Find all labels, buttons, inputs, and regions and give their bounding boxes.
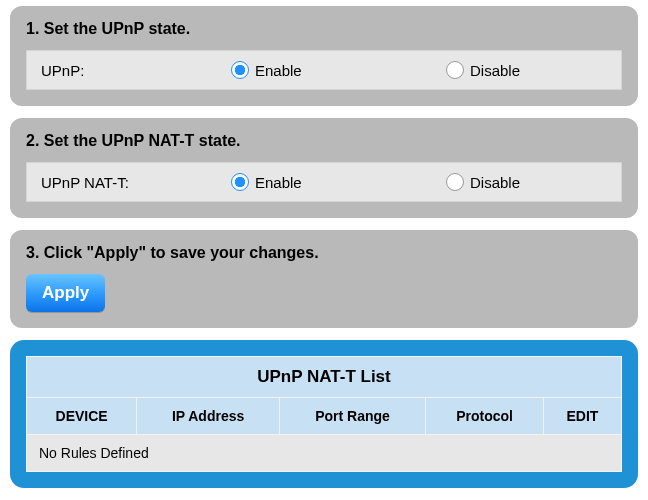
upnp-disable-radio[interactable]	[446, 61, 464, 79]
upnp-natt-state-label: UPnP NAT-T:	[41, 174, 231, 191]
upnp-enable-radio[interactable]	[231, 61, 249, 79]
natt-empty-row: No Rules Defined	[27, 435, 622, 472]
upnp-natt-disable-option[interactable]: Disable	[446, 173, 607, 191]
upnp-disable-label: Disable	[470, 62, 520, 79]
col-portrange: Port Range	[279, 398, 425, 435]
upnp-state-label: UPnP:	[41, 62, 231, 79]
natt-empty-text: No Rules Defined	[27, 435, 622, 472]
upnp-enable-label: Enable	[255, 62, 302, 79]
natt-table-title: UPnP NAT-T List	[27, 357, 622, 398]
upnp-settings-page: 1. Set the UPnP state. UPnP: Enable Disa…	[0, 0, 648, 500]
apply-button[interactable]: Apply	[26, 274, 105, 312]
step1-title: 1. Set the UPnP state.	[26, 20, 622, 38]
natt-table-header-row: DEVICE IP Address Port Range Protocol ED…	[27, 398, 622, 435]
col-protocol: Protocol	[426, 398, 544, 435]
step2-title: 2. Set the UPnP NAT-T state.	[26, 132, 622, 150]
upnp-disable-option[interactable]: Disable	[446, 61, 607, 79]
col-ip: IP Address	[137, 398, 280, 435]
upnp-natt-disable-radio[interactable]	[446, 173, 464, 191]
natt-list-panel: UPnP NAT-T List DEVICE IP Address Port R…	[10, 340, 638, 488]
natt-table: UPnP NAT-T List DEVICE IP Address Port R…	[26, 356, 622, 472]
upnp-natt-disable-label: Disable	[470, 174, 520, 191]
step2-panel: 2. Set the UPnP NAT-T state. UPnP NAT-T:…	[10, 118, 638, 218]
upnp-natt-enable-option[interactable]: Enable	[231, 173, 446, 191]
upnp-natt-enable-label: Enable	[255, 174, 302, 191]
step1-panel: 1. Set the UPnP state. UPnP: Enable Disa…	[10, 6, 638, 106]
col-device: DEVICE	[27, 398, 137, 435]
step3-title: 3. Click "Apply" to save your changes.	[26, 244, 622, 262]
upnp-natt-enable-radio[interactable]	[231, 173, 249, 191]
col-edit: EDIT	[543, 398, 621, 435]
upnp-state-row: UPnP: Enable Disable	[26, 50, 622, 90]
upnp-enable-option[interactable]: Enable	[231, 61, 446, 79]
upnp-natt-state-row: UPnP NAT-T: Enable Disable	[26, 162, 622, 202]
step3-panel: 3. Click "Apply" to save your changes. A…	[10, 230, 638, 328]
